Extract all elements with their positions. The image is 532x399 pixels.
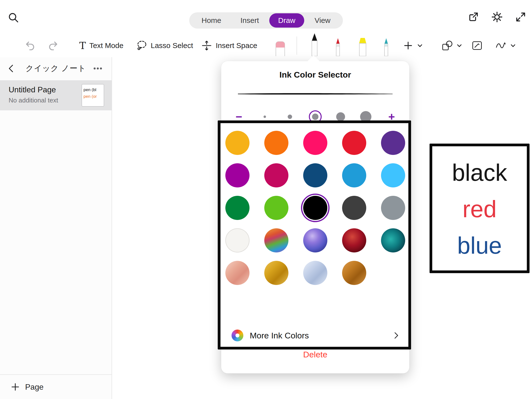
insert-space-label: Insert Space bbox=[216, 41, 257, 50]
thumbnail-ink-line: pen (bl bbox=[83, 86, 102, 93]
eraser-icon bbox=[274, 40, 287, 56]
color-swatch-green[interactable] bbox=[225, 196, 249, 220]
draw-toolbar: T Text Mode Lasso Select Insert Space bbox=[0, 34, 532, 57]
add-pen-button[interactable] bbox=[403, 34, 423, 57]
size-dot-icon bbox=[336, 112, 345, 121]
lasso-select-button[interactable]: Lasso Select bbox=[136, 34, 193, 57]
color-swatch-violet[interactable] bbox=[225, 163, 249, 187]
color-swatch-gold[interactable] bbox=[225, 131, 249, 155]
color-swatch-white[interactable] bbox=[225, 228, 249, 252]
pen-black-tool[interactable] bbox=[308, 33, 321, 57]
stroke-size-1[interactable] bbox=[258, 109, 272, 125]
color-swatch-silver[interactable] bbox=[303, 261, 327, 285]
page-thumbnail: pen (bl pen (or bbox=[82, 84, 104, 107]
delete-pen-button[interactable]: Delete bbox=[303, 350, 327, 359]
text-mode-button[interactable]: T Text Mode bbox=[79, 34, 123, 57]
color-swatch-black-selected[interactable] bbox=[303, 196, 327, 220]
redo-icon bbox=[47, 40, 59, 51]
color-swatch-garnet[interactable] bbox=[342, 228, 366, 252]
color-swatch-blue[interactable] bbox=[342, 163, 366, 187]
share-icon bbox=[467, 11, 479, 23]
share-button[interactable] bbox=[467, 11, 479, 23]
color-swatch-rose-gold[interactable] bbox=[225, 261, 249, 285]
color-swatch-light-green[interactable] bbox=[264, 196, 288, 220]
decrease-size-button[interactable]: − bbox=[232, 111, 246, 122]
color-swatch-magenta[interactable] bbox=[264, 163, 288, 187]
size-dot-icon bbox=[360, 111, 371, 122]
chevron-right-icon bbox=[392, 331, 400, 340]
scribble-icon bbox=[495, 40, 506, 51]
plus-icon bbox=[10, 382, 20, 392]
more-ink-colors-button[interactable]: More Ink Colors bbox=[232, 327, 400, 344]
color-swatch-orange[interactable] bbox=[264, 131, 288, 155]
delete-row: Delete bbox=[221, 350, 409, 359]
color-swatch-dark-gray[interactable] bbox=[342, 196, 366, 220]
stroke-preview bbox=[237, 90, 394, 98]
stroke-size-4[interactable] bbox=[334, 109, 348, 125]
size-dot-icon bbox=[288, 115, 292, 119]
tab-view[interactable]: View bbox=[306, 13, 339, 28]
toolbar-divider bbox=[297, 36, 297, 55]
top-bar: Home Insert Draw View bbox=[0, 0, 532, 34]
color-swatch-bronze[interactable] bbox=[342, 261, 366, 285]
size-dot-icon bbox=[312, 114, 318, 120]
color-swatch-gray[interactable] bbox=[381, 196, 405, 220]
size-dot-icon bbox=[264, 116, 266, 118]
page-subtitle: No additional text bbox=[9, 97, 58, 104]
text-mode-label: Text Mode bbox=[89, 41, 123, 50]
color-swatch-red[interactable] bbox=[342, 131, 366, 155]
undo-icon bbox=[25, 40, 36, 51]
tab-home[interactable]: Home bbox=[193, 13, 230, 28]
color-swatch-dark-blue[interactable] bbox=[303, 163, 327, 187]
highlighter-tool[interactable] bbox=[356, 36, 369, 57]
increase-size-button[interactable]: + bbox=[384, 111, 399, 122]
chevron-down-icon bbox=[417, 42, 423, 49]
chevron-down-icon bbox=[456, 42, 463, 49]
color-swatch-dark-teal[interactable] bbox=[381, 228, 405, 252]
add-page-button[interactable]: Page bbox=[0, 374, 112, 399]
insert-space-icon bbox=[201, 40, 212, 51]
color-swatch-light-blue[interactable] bbox=[381, 163, 405, 187]
ellipsis-icon bbox=[92, 63, 103, 74]
search-button[interactable] bbox=[7, 12, 19, 23]
pen-red-tool[interactable] bbox=[332, 37, 343, 57]
stroke-size-3-selected[interactable] bbox=[308, 109, 322, 125]
pen-teal-tool[interactable] bbox=[381, 37, 392, 57]
sidebar-header: クイック ノート bbox=[0, 57, 112, 80]
text-mode-icon: T bbox=[79, 41, 86, 50]
ink-word-black: black bbox=[452, 161, 507, 184]
ink-color-selector-popup: Ink Color Selector − + bbox=[221, 61, 409, 373]
plus-icon bbox=[403, 40, 413, 51]
color-swatch-gold-glitter[interactable] bbox=[264, 261, 288, 285]
black-pen-icon bbox=[308, 33, 321, 56]
tab-draw[interactable]: Draw bbox=[269, 13, 304, 28]
ink-word-blue: blue bbox=[457, 234, 502, 257]
shapes-button[interactable] bbox=[441, 34, 463, 57]
settings-button[interactable] bbox=[491, 11, 503, 23]
more-ink-colors-label: More Ink Colors bbox=[250, 331, 392, 340]
popup-title: Ink Color Selector bbox=[221, 70, 409, 80]
ink-color-grid bbox=[225, 131, 405, 285]
top-right-actions bbox=[467, 11, 527, 23]
eraser-tool[interactable] bbox=[274, 40, 287, 57]
thumbnail-ink-line: pen (or bbox=[83, 93, 102, 100]
color-swatch-bright-pink[interactable] bbox=[303, 131, 327, 155]
page-list-item[interactable]: Untitled Page No additional text pen (bl… bbox=[0, 80, 112, 110]
undo-button[interactable] bbox=[25, 34, 36, 57]
stroke-size-2[interactable] bbox=[283, 109, 297, 125]
onenote-app: Home Insert Draw View bbox=[0, 0, 532, 399]
page-pen-icon bbox=[471, 40, 483, 51]
section-more-button[interactable] bbox=[92, 63, 103, 74]
redo-button[interactable] bbox=[47, 34, 59, 57]
stroke-size-5[interactable] bbox=[359, 109, 373, 125]
color-swatch-rainbow-glitter[interactable] bbox=[264, 228, 288, 252]
insert-space-button[interactable]: Insert Space bbox=[201, 34, 257, 57]
color-swatch-purple[interactable] bbox=[381, 131, 405, 155]
tab-insert[interactable]: Insert bbox=[232, 13, 268, 28]
popup-caret bbox=[307, 55, 320, 68]
fullscreen-button[interactable] bbox=[515, 11, 527, 23]
ink-annotate-button[interactable] bbox=[471, 34, 483, 57]
color-swatch-galaxy[interactable] bbox=[303, 228, 327, 252]
ribbon-tabs: Home Insert Draw View bbox=[189, 12, 343, 29]
ink-to-shape-button[interactable] bbox=[495, 34, 516, 57]
